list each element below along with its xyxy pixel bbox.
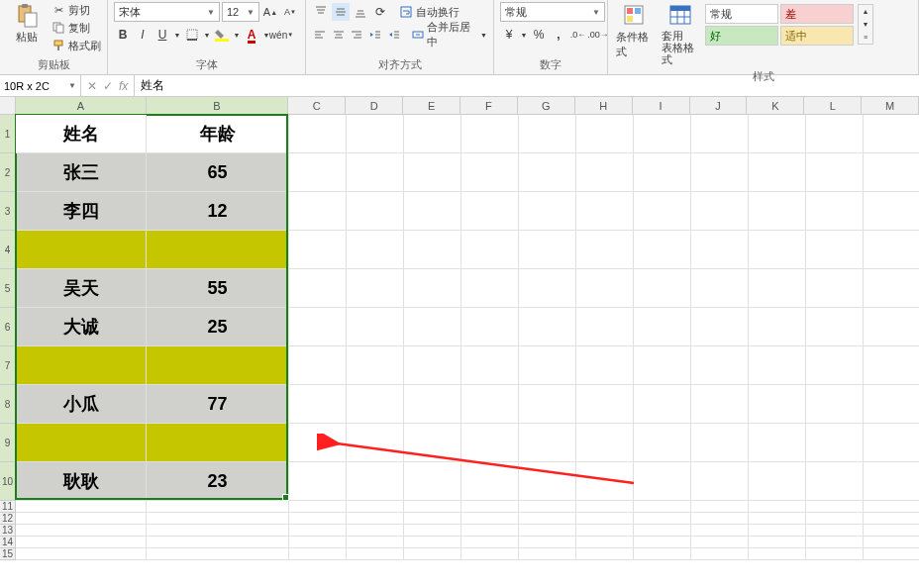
font-color-button[interactable]: A	[243, 26, 260, 44]
cell[interactable]	[576, 537, 634, 548]
format-painter-button[interactable]: 格式刷	[51, 38, 101, 53]
cell[interactable]	[864, 462, 919, 501]
cell[interactable]	[289, 501, 347, 513]
decrease-font-button[interactable]: A▼	[281, 3, 299, 21]
cell[interactable]	[749, 525, 806, 537]
styles-scroll-down[interactable]: ▼	[859, 18, 872, 31]
cell[interactable]	[347, 231, 404, 269]
conditional-format-button[interactable]: 条件格式	[614, 2, 656, 61]
cell[interactable]	[691, 115, 749, 153]
cell[interactable]	[519, 537, 576, 548]
currency-button[interactable]: ¥	[500, 26, 518, 44]
cell[interactable]	[864, 537, 919, 548]
active-cell[interactable]: 姓名	[16, 115, 147, 153]
cell[interactable]	[749, 385, 806, 424]
cell[interactable]	[576, 525, 634, 537]
cell[interactable]	[806, 192, 864, 231]
cell[interactable]	[289, 385, 347, 424]
row-header-12[interactable]: 12	[0, 513, 15, 525]
increase-decimal-button[interactable]: .0←	[569, 26, 587, 44]
col-header-H[interactable]: H	[575, 97, 633, 114]
cell[interactable]	[347, 385, 404, 424]
col-header-A[interactable]: A	[16, 97, 147, 114]
cell[interactable]	[147, 513, 289, 525]
cell[interactable]	[347, 424, 404, 462]
cell[interactable]	[864, 548, 919, 560]
cell[interactable]	[806, 513, 864, 525]
cell[interactable]	[347, 308, 404, 346]
cell[interactable]	[864, 501, 919, 513]
cell[interactable]	[519, 424, 576, 462]
cell[interactable]	[461, 153, 519, 192]
cell[interactable]	[519, 346, 576, 385]
cell[interactable]	[289, 462, 347, 501]
cell[interactable]	[16, 537, 147, 548]
cell[interactable]	[634, 308, 691, 346]
cell[interactable]	[519, 153, 576, 192]
cell[interactable]	[691, 346, 749, 385]
cell[interactable]	[749, 346, 806, 385]
cell[interactable]	[691, 525, 749, 537]
cell[interactable]	[691, 308, 749, 346]
cell[interactable]	[404, 513, 461, 525]
align-middle-button[interactable]	[332, 3, 350, 21]
cell[interactable]	[519, 548, 576, 560]
data-cell[interactable]: 张三	[16, 153, 147, 192]
cell[interactable]	[16, 501, 147, 513]
cell[interactable]	[289, 513, 347, 525]
cell[interactable]	[806, 424, 864, 462]
fill-color-dropdown[interactable]: ▼	[233, 26, 241, 44]
align-center-button[interactable]	[331, 26, 348, 44]
fx-icon[interactable]: fx	[119, 79, 128, 93]
cell[interactable]	[461, 346, 519, 385]
currency-dropdown[interactable]: ▼	[520, 26, 528, 44]
cell[interactable]	[461, 537, 519, 548]
cell[interactable]	[347, 525, 404, 537]
cell[interactable]	[404, 308, 461, 346]
col-header-D[interactable]: D	[346, 97, 403, 114]
cell[interactable]	[347, 548, 404, 560]
row-header-1[interactable]: 1	[0, 115, 15, 153]
cell[interactable]	[519, 513, 576, 525]
cell[interactable]	[519, 525, 576, 537]
data-cell[interactable]: 吴天	[16, 269, 147, 308]
cell[interactable]	[806, 115, 864, 153]
cell[interactable]	[347, 115, 404, 153]
cell[interactable]	[461, 231, 519, 269]
col-header-F[interactable]: F	[460, 97, 518, 114]
border-button[interactable]	[183, 26, 201, 44]
cell[interactable]	[864, 269, 919, 308]
increase-indent-button[interactable]	[385, 26, 402, 44]
cell[interactable]	[864, 525, 919, 537]
cell[interactable]	[749, 269, 806, 308]
data-cell[interactable]: 77	[147, 385, 289, 424]
cell[interactable]	[806, 385, 864, 424]
col-header-G[interactable]: G	[518, 97, 575, 114]
cell[interactable]	[289, 537, 347, 548]
cell[interactable]	[404, 424, 461, 462]
cell[interactable]	[461, 548, 519, 560]
increase-font-button[interactable]: A▲	[261, 3, 279, 21]
cell[interactable]	[404, 462, 461, 501]
cell[interactable]	[404, 192, 461, 231]
cell[interactable]	[404, 115, 461, 153]
cell[interactable]	[289, 308, 347, 346]
row-header-8[interactable]: 8	[0, 385, 15, 424]
cell[interactable]	[461, 115, 519, 153]
cell[interactable]	[576, 153, 634, 192]
cell[interactable]	[16, 525, 147, 537]
cell[interactable]	[461, 462, 519, 501]
cell[interactable]	[864, 115, 919, 153]
cell[interactable]	[806, 269, 864, 308]
data-cell[interactable]: 大诚	[16, 308, 147, 346]
cell[interactable]	[691, 231, 749, 269]
data-cell[interactable]: 65	[147, 153, 289, 192]
row-header-3[interactable]: 3	[0, 192, 15, 231]
cell[interactable]	[749, 424, 806, 462]
cell[interactable]	[806, 308, 864, 346]
cell[interactable]	[749, 192, 806, 231]
cell[interactable]	[347, 537, 404, 548]
cell[interactable]	[691, 385, 749, 424]
cell[interactable]	[634, 548, 691, 560]
cell[interactable]	[519, 462, 576, 501]
